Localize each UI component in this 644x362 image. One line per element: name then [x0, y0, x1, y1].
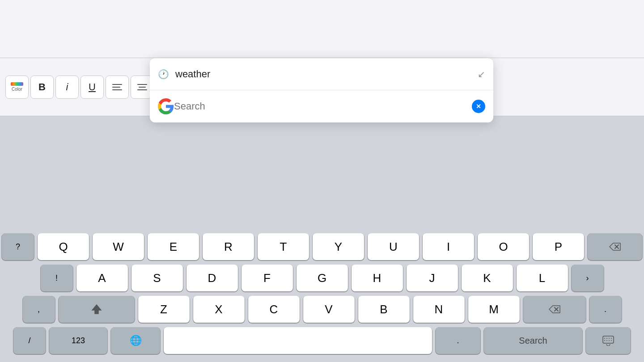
key-h[interactable]: H: [352, 265, 403, 291]
key-globe[interactable]: 🌐: [111, 327, 160, 354]
key-m[interactable]: M: [468, 296, 520, 323]
backspace-icon: [608, 242, 622, 252]
key-comma[interactable]: ,: [23, 296, 55, 323]
italic-button[interactable]: i: [55, 76, 79, 99]
key-space[interactable]: [164, 327, 432, 354]
key-period-right[interactable]: .: [589, 296, 622, 323]
italic-icon: i: [66, 81, 68, 93]
history-icon: 🕐: [158, 69, 169, 80]
search-history-text: weather: [175, 68, 478, 80]
search-popup: 🕐 weather ↙ ✕: [150, 58, 493, 122]
keyboard-row-3: , Z X C V B N M .: [2, 296, 642, 323]
underline-icon: U: [89, 81, 96, 93]
key-search[interactable]: Search: [484, 327, 582, 354]
key-i[interactable]: I: [423, 233, 474, 260]
key-o[interactable]: O: [478, 233, 529, 260]
key-123[interactable]: 123: [49, 327, 107, 354]
key-l[interactable]: L: [517, 265, 568, 291]
key-hide-keyboard[interactable]: [586, 327, 631, 354]
key-c[interactable]: C: [248, 296, 300, 323]
search-input[interactable]: [174, 101, 472, 112]
collapse-icon[interactable]: ↙: [478, 69, 485, 80]
key-a[interactable]: A: [76, 265, 128, 291]
key-u[interactable]: U: [368, 233, 419, 260]
key-r[interactable]: R: [203, 233, 254, 260]
key-z[interactable]: Z: [138, 296, 190, 323]
key-x[interactable]: X: [193, 296, 245, 323]
align-left-icon: [112, 83, 123, 92]
document-area: [0, 0, 644, 58]
search-history-row[interactable]: 🕐 weather ↙: [150, 58, 493, 90]
key-f[interactable]: F: [242, 265, 293, 291]
underline-button[interactable]: U: [80, 76, 104, 99]
key-b[interactable]: B: [358, 296, 410, 323]
align-center-icon: [137, 83, 148, 92]
hide-keyboard-icon: [602, 335, 614, 346]
align-left-button[interactable]: [106, 76, 129, 99]
google-logo: [158, 98, 174, 114]
key-slash[interactable]: /: [13, 327, 46, 354]
key-p[interactable]: P: [533, 233, 584, 260]
svg-rect-47: [603, 336, 614, 343]
bold-button[interactable]: B: [30, 76, 54, 99]
key-exclaim[interactable]: !: [41, 265, 73, 291]
backspace-icon-2: [548, 304, 561, 314]
key-j[interactable]: J: [407, 265, 458, 291]
search-input-row[interactable]: ✕: [150, 90, 493, 122]
search-clear-button[interactable]: ✕: [472, 100, 485, 113]
key-backspace-2[interactable]: [523, 296, 586, 323]
shift-icon: [90, 303, 103, 316]
color-button[interactable]: Color: [5, 76, 29, 99]
key-v[interactable]: V: [303, 296, 355, 323]
key-e[interactable]: E: [148, 233, 199, 260]
keyboard: ? Q W E R T Y U I O P ! A S D F G H J K …: [0, 229, 644, 362]
keyboard-row-4: / 123 🌐 . Search: [2, 327, 642, 354]
key-w[interactable]: W: [93, 233, 144, 260]
key-shift[interactable]: [59, 296, 135, 323]
clear-icon: ✕: [476, 103, 481, 110]
color-label: Color: [12, 87, 22, 92]
key-n[interactable]: N: [413, 296, 465, 323]
key-d[interactable]: D: [186, 265, 238, 291]
key-backspace-1[interactable]: [588, 233, 642, 260]
key-q[interactable]: Q: [38, 233, 89, 260]
key-k[interactable]: K: [462, 265, 513, 291]
bold-icon: B: [38, 81, 46, 93]
key-s[interactable]: S: [131, 265, 183, 291]
key-y[interactable]: Y: [313, 233, 364, 260]
key-g[interactable]: G: [297, 265, 348, 291]
keyboard-row-1: ? Q W E R T Y U I O P: [2, 233, 642, 260]
keyboard-row-2: ! A S D F G H J K L ›: [2, 265, 642, 291]
key-t[interactable]: T: [258, 233, 309, 260]
key-question[interactable]: ?: [2, 233, 34, 260]
key-arrow-right[interactable]: ›: [572, 265, 604, 291]
key-period-bottom[interactable]: .: [436, 327, 480, 354]
